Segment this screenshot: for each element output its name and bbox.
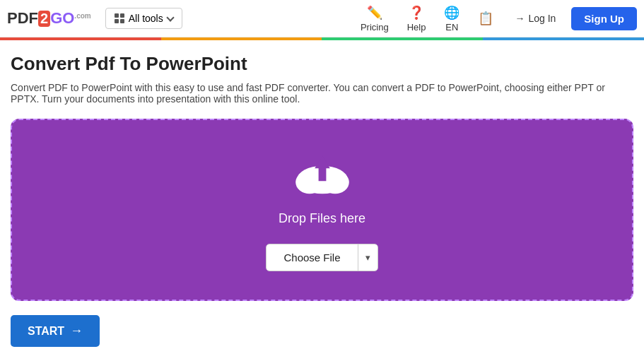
main-content: Convert Pdf To PowerPoint Convert PDF to… <box>0 39 644 361</box>
dropzone[interactable]: Drop Files here Choose File ▾ <box>11 119 633 301</box>
login-button[interactable]: → Log In <box>506 8 564 28</box>
logo[interactable]: PDF 2 GO .com <box>7 9 91 28</box>
logo-com: .com <box>74 12 90 20</box>
pricing-label: Pricing <box>361 22 389 32</box>
drop-text: Drop Files here <box>279 211 365 226</box>
nav-item-timer[interactable]: 📋 <box>472 11 499 26</box>
start-button[interactable]: START → <box>11 315 100 347</box>
nav-item-pricing[interactable]: ✏️ Pricing <box>355 5 394 32</box>
pricing-icon: ✏️ <box>367 5 382 20</box>
grid-icon <box>115 13 124 23</box>
logo-go: GO <box>50 9 74 28</box>
all-tools-button[interactable]: All tools <box>105 8 182 29</box>
header: PDF 2 GO .com All tools ✏️ Pricing ❓ Hel… <box>0 0 644 39</box>
logo-pdf: PDF <box>7 9 38 28</box>
login-arrow-icon: → <box>515 13 525 24</box>
help-icon: ❓ <box>409 5 424 20</box>
nav-item-language[interactable]: 🌐 EN <box>438 5 465 32</box>
logo-num: 2 <box>38 11 50 27</box>
all-tools-label: All tools <box>129 13 163 24</box>
clipboard-icon: 📋 <box>478 11 493 26</box>
nav-right: ✏️ Pricing ❓ Help 🌐 EN 📋 → Log In Sign U… <box>355 5 637 32</box>
signup-button[interactable]: Sign Up <box>571 7 637 30</box>
help-label: Help <box>407 22 426 32</box>
login-label: Log In <box>528 13 556 24</box>
start-label: START <box>28 325 64 338</box>
choose-file-button[interactable]: Choose File <box>267 244 357 271</box>
arrow-right-icon: → <box>70 324 83 338</box>
page-description: Convert PDF to PowerPoint with this easy… <box>11 82 626 105</box>
chevron-down-icon <box>166 13 174 21</box>
globe-icon: 🌐 <box>444 5 459 20</box>
choose-file-container: Choose File ▾ <box>266 244 377 271</box>
language-label: EN <box>445 22 458 32</box>
choose-file-dropdown-button[interactable]: ▾ <box>358 244 377 271</box>
upload-icon <box>291 148 354 201</box>
page-title: Convert Pdf To PowerPoint <box>11 53 633 75</box>
nav-item-help[interactable]: ❓ Help <box>402 5 432 32</box>
